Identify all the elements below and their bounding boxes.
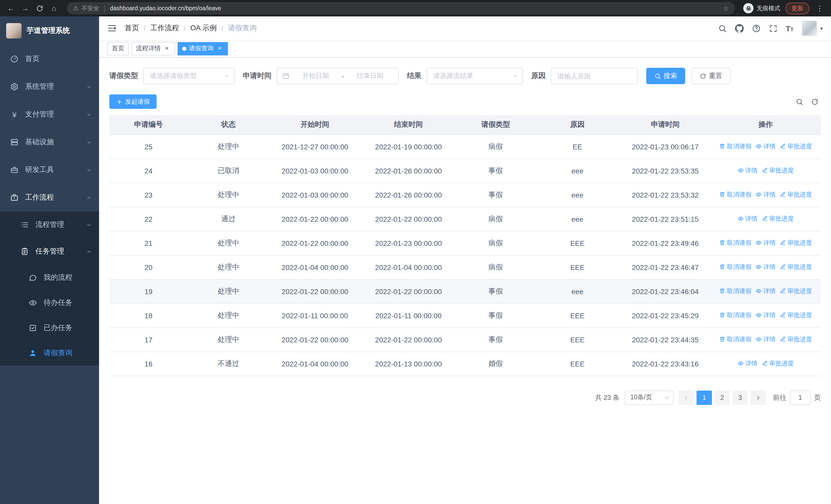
tab-leave-query[interactable]: 请假查询× bbox=[178, 42, 228, 55]
action-detail-link[interactable]: 详情 bbox=[755, 239, 776, 247]
sidebar-item-task-management[interactable]: 任务管理 bbox=[0, 238, 99, 265]
fullscreen-icon[interactable] bbox=[769, 24, 777, 33]
action-progress-link[interactable]: 审批进度 bbox=[762, 166, 794, 175]
action-cancel-link[interactable]: 取消请假 bbox=[719, 287, 751, 296]
action-detail-link[interactable]: 详情 bbox=[737, 166, 757, 175]
browser-window: ← → ⌂ ⚠ 不安全 dashboard.yudao.iocoder.cn/b… bbox=[0, 0, 831, 504]
sidebar-item-dev-tools[interactable]: 研发工具 bbox=[0, 156, 99, 184]
action-detail-link[interactable]: 详情 bbox=[737, 359, 757, 368]
action-detail-link[interactable]: 详情 bbox=[755, 287, 776, 296]
table-cell: 2022-01-26 00:00:00 bbox=[360, 158, 456, 183]
reset-button[interactable]: 重置 bbox=[691, 68, 730, 84]
action-progress-link[interactable]: 审批进度 bbox=[780, 335, 812, 344]
forward-icon[interactable]: → bbox=[19, 2, 32, 15]
more-menu-icon[interactable]: ⋮ bbox=[814, 4, 825, 12]
refresh-table-icon[interactable] bbox=[811, 98, 819, 106]
action-cancel-link[interactable]: 取消请假 bbox=[719, 142, 751, 151]
page-button-3[interactable]: 3 bbox=[733, 390, 748, 405]
action-label: 取消请假 bbox=[727, 311, 751, 320]
user-menu[interactable]: ▾ bbox=[802, 21, 823, 36]
action-cancel-link[interactable]: 取消请假 bbox=[719, 239, 751, 247]
sidebar-item-workflow[interactable]: 工作流程 bbox=[0, 184, 99, 211]
tab-home[interactable]: 首页 bbox=[107, 42, 129, 55]
table-cell: 事假 bbox=[457, 279, 535, 303]
action-detail-link[interactable]: 详情 bbox=[755, 142, 776, 151]
back-icon[interactable]: ← bbox=[4, 2, 18, 15]
breadcrumb-item[interactable]: OA 示例 bbox=[191, 24, 217, 33]
workflow-icon bbox=[10, 194, 19, 202]
action-detail-link[interactable]: 详情 bbox=[737, 214, 757, 223]
table-cell: 处理中 bbox=[188, 255, 269, 279]
action-detail-link[interactable]: 详情 bbox=[755, 263, 776, 271]
sidebar-item-process-management[interactable]: 流程管理 bbox=[0, 211, 99, 238]
close-icon[interactable]: × bbox=[163, 45, 170, 52]
table-cell: 事假 bbox=[457, 158, 535, 183]
sidebar-item-todo-tasks[interactable]: 待办任务 bbox=[0, 290, 99, 315]
address-bar[interactable]: ⚠ 不安全 dashboard.yudao.iocoder.cn/bpm/oa/… bbox=[67, 2, 735, 14]
page-size-select[interactable]: 10条/页 bbox=[625, 390, 674, 405]
action-progress-link[interactable]: 审批进度 bbox=[780, 263, 812, 271]
sidebar-item-infrastructure[interactable]: 基础设施 bbox=[0, 128, 99, 156]
action-detail-link[interactable]: 详情 bbox=[755, 335, 776, 344]
help-icon[interactable] bbox=[752, 24, 761, 33]
action-progress-link[interactable]: 审批进度 bbox=[762, 214, 794, 223]
search-icon[interactable] bbox=[718, 24, 726, 33]
delete-icon bbox=[719, 240, 725, 246]
action-cancel-link[interactable]: 取消请假 bbox=[719, 311, 751, 320]
app-logo: 芋道管理系统 bbox=[0, 17, 99, 45]
sidebar-item-system-management[interactable]: 系统管理 bbox=[0, 73, 99, 100]
action-progress-link[interactable]: 审批进度 bbox=[780, 239, 812, 247]
goto-page-input[interactable] bbox=[790, 390, 810, 405]
row-actions: 取消请假详情审批进度 bbox=[710, 279, 821, 303]
search-button[interactable]: 搜索 bbox=[646, 68, 685, 84]
leave-type-select[interactable]: 请选择请假类型 bbox=[143, 68, 235, 84]
sidebar-item-my-process[interactable]: 我的流程 bbox=[0, 265, 99, 290]
reload-icon[interactable] bbox=[33, 2, 46, 15]
sidebar: 芋道管理系统 首页系统管理¥支付管理基础设施研发工具工作流程流程管理任务管理我的… bbox=[0, 17, 99, 504]
table-row: 25处理中2021-12-27 00:00:002022-01-19 00:00… bbox=[109, 135, 821, 158]
action-progress-link[interactable]: 审批进度 bbox=[780, 311, 812, 320]
next-page-button[interactable] bbox=[750, 390, 766, 405]
create-leave-button[interactable]: 发起请假 bbox=[109, 94, 156, 109]
action-progress-link[interactable]: 审批进度 bbox=[762, 359, 794, 368]
tab-label: 请假查询 bbox=[189, 44, 213, 53]
action-detail-link[interactable]: 详情 bbox=[755, 311, 776, 320]
breadcrumb-item[interactable]: 工作流程 bbox=[150, 24, 179, 33]
action-label: 详情 bbox=[745, 166, 757, 175]
action-cancel-link[interactable]: 取消请假 bbox=[719, 263, 751, 271]
github-icon[interactable] bbox=[735, 24, 744, 33]
action-progress-link[interactable]: 审批进度 bbox=[780, 287, 812, 296]
sidebar-item-label: 系统管理 bbox=[25, 82, 86, 91]
sidebar-item-done-tasks[interactable]: 已办任务 bbox=[0, 315, 99, 340]
table-cell: EEE bbox=[535, 231, 620, 255]
date-range-picker[interactable]: 开始日期 - 结束日期 bbox=[277, 68, 399, 84]
action-progress-link[interactable]: 审批进度 bbox=[780, 142, 812, 151]
collapse-sidebar-icon[interactable] bbox=[107, 24, 116, 33]
reason-input[interactable] bbox=[557, 72, 631, 80]
sidebar-item-payment-management[interactable]: ¥支付管理 bbox=[0, 100, 99, 128]
action-cancel-link[interactable]: 取消请假 bbox=[719, 335, 751, 344]
action-cancel-link[interactable]: 取消请假 bbox=[719, 190, 751, 199]
font-size-icon[interactable]: TT bbox=[785, 24, 794, 32]
result-select[interactable]: 请选择流结果 bbox=[427, 68, 523, 84]
close-icon[interactable]: × bbox=[216, 45, 223, 52]
table-cell: 2022-01-22 23:53:32 bbox=[620, 183, 710, 207]
table-cell: 事假 bbox=[457, 303, 535, 327]
sidebar-item-home[interactable]: 首页 bbox=[0, 45, 99, 73]
sidebar-item-leave-query[interactable]: 请假查询 bbox=[0, 340, 99, 365]
bookmark-star-icon[interactable]: ☆ bbox=[723, 4, 729, 12]
leave-type-placeholder: 请选择请假类型 bbox=[150, 71, 197, 81]
home-icon[interactable]: ⌂ bbox=[47, 2, 61, 15]
page-button-2[interactable]: 2 bbox=[715, 390, 730, 405]
table-tools bbox=[796, 98, 819, 106]
page-button-1[interactable]: 1 bbox=[696, 390, 712, 405]
breadcrumb-item[interactable]: 首页 bbox=[125, 24, 139, 33]
table-cell: 2022-01-22 00:00:00 bbox=[269, 279, 361, 303]
prev-page-button[interactable] bbox=[679, 390, 694, 405]
table-toolbar: 发起请假 bbox=[109, 94, 821, 109]
action-detail-link[interactable]: 详情 bbox=[755, 190, 776, 199]
toggle-search-icon[interactable] bbox=[796, 98, 803, 106]
tab-process-detail[interactable]: 流程详情× bbox=[132, 42, 175, 55]
action-progress-link[interactable]: 审批进度 bbox=[780, 190, 812, 199]
update-button[interactable]: 更新 bbox=[785, 2, 809, 14]
